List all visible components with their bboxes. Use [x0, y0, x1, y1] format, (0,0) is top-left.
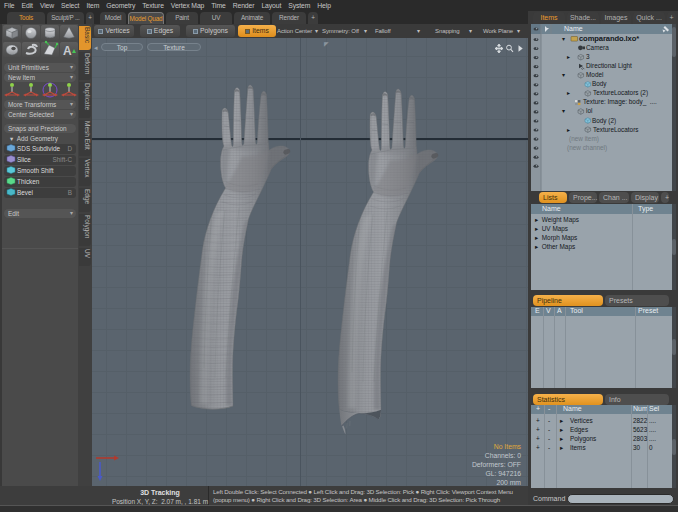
svg-text:A: A [63, 44, 72, 58]
